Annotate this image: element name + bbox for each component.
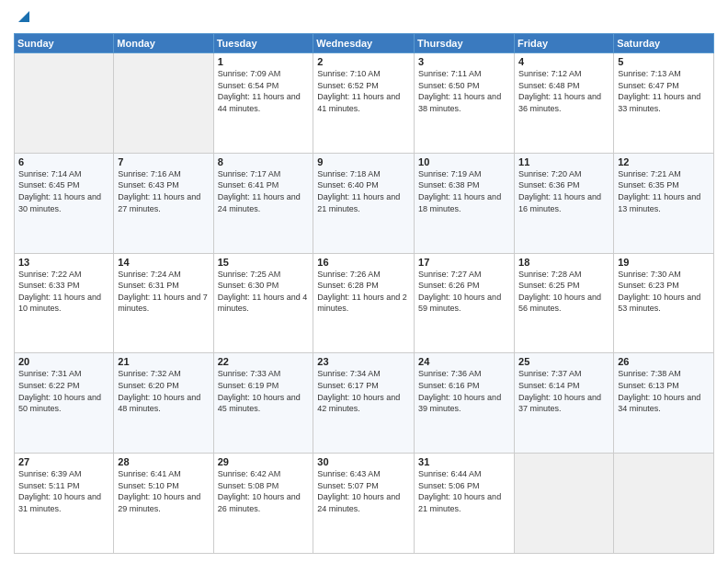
calendar-day-cell: 15Sunrise: 7:25 AM Sunset: 6:30 PM Dayli… <box>213 253 313 353</box>
day-number: 8 <box>218 156 310 167</box>
day-number: 2 <box>317 56 410 67</box>
calendar-day-cell: 19Sunrise: 7:30 AM Sunset: 6:23 PM Dayli… <box>614 253 714 353</box>
calendar-day-cell: 30Sunrise: 6:43 AM Sunset: 5:07 PM Dayli… <box>313 454 415 554</box>
day-info: Sunrise: 7:27 AM Sunset: 6:26 PM Dayligh… <box>418 269 510 315</box>
day-number: 12 <box>618 156 710 167</box>
calendar-day-cell <box>614 454 714 554</box>
day-info: Sunrise: 7:22 AM Sunset: 6:33 PM Dayligh… <box>18 269 109 315</box>
day-info: Sunrise: 7:26 AM Sunset: 6:28 PM Dayligh… <box>317 269 410 315</box>
calendar-day-cell: 8Sunrise: 7:17 AM Sunset: 6:41 PM Daylig… <box>213 153 313 253</box>
day-number: 27 <box>18 456 109 467</box>
day-info: Sunrise: 6:41 AM Sunset: 5:10 PM Dayligh… <box>118 468 209 514</box>
calendar-day-cell: 23Sunrise: 7:34 AM Sunset: 6:17 PM Dayli… <box>313 353 415 454</box>
calendar-day-cell: 13Sunrise: 7:22 AM Sunset: 6:33 PM Dayli… <box>15 253 114 353</box>
calendar-day-cell: 28Sunrise: 6:41 AM Sunset: 5:10 PM Dayli… <box>114 454 213 554</box>
svg-marker-0 <box>18 11 29 22</box>
day-info: Sunrise: 7:30 AM Sunset: 6:23 PM Dayligh… <box>618 269 710 315</box>
calendar-day-cell: 20Sunrise: 7:31 AM Sunset: 6:22 PM Dayli… <box>15 353 114 454</box>
day-info: Sunrise: 6:42 AM Sunset: 5:08 PM Dayligh… <box>218 468 310 514</box>
calendar-day-cell: 6Sunrise: 7:14 AM Sunset: 6:45 PM Daylig… <box>15 153 114 253</box>
day-info: Sunrise: 7:21 AM Sunset: 6:35 PM Dayligh… <box>618 168 710 214</box>
day-number: 18 <box>518 257 609 268</box>
calendar-day-cell: 7Sunrise: 7:16 AM Sunset: 6:43 PM Daylig… <box>114 153 213 253</box>
calendar-day-cell: 12Sunrise: 7:21 AM Sunset: 6:35 PM Dayli… <box>614 153 714 253</box>
day-number: 6 <box>18 156 109 167</box>
calendar-day-cell: 21Sunrise: 7:32 AM Sunset: 6:20 PM Dayli… <box>114 353 213 454</box>
calendar-day-cell: 4Sunrise: 7:12 AM Sunset: 6:48 PM Daylig… <box>515 53 614 154</box>
day-number: 25 <box>518 356 609 367</box>
day-number: 15 <box>218 257 310 268</box>
day-info: Sunrise: 7:11 AM Sunset: 6:50 PM Dayligh… <box>418 68 510 114</box>
calendar-day-cell: 16Sunrise: 7:26 AM Sunset: 6:28 PM Dayli… <box>313 253 415 353</box>
day-info: Sunrise: 7:19 AM Sunset: 6:38 PM Dayligh… <box>418 168 510 214</box>
calendar-day-cell: 14Sunrise: 7:24 AM Sunset: 6:31 PM Dayli… <box>114 253 213 353</box>
calendar-day-cell: 9Sunrise: 7:18 AM Sunset: 6:40 PM Daylig… <box>313 153 415 253</box>
calendar-day-cell: 18Sunrise: 7:28 AM Sunset: 6:25 PM Dayli… <box>515 253 614 353</box>
day-number: 11 <box>518 156 609 167</box>
calendar-day-cell: 31Sunrise: 6:44 AM Sunset: 5:06 PM Dayli… <box>415 454 515 554</box>
day-info: Sunrise: 7:28 AM Sunset: 6:25 PM Dayligh… <box>518 269 609 315</box>
calendar-day-header: Sunday <box>15 34 114 53</box>
day-number: 7 <box>118 156 209 167</box>
calendar-day-cell: 2Sunrise: 7:10 AM Sunset: 6:52 PM Daylig… <box>313 53 415 154</box>
calendar-week-row: 13Sunrise: 7:22 AM Sunset: 6:33 PM Dayli… <box>15 253 714 353</box>
day-info: Sunrise: 7:25 AM Sunset: 6:30 PM Dayligh… <box>218 269 310 315</box>
calendar-day-cell: 1Sunrise: 7:09 AM Sunset: 6:54 PM Daylig… <box>213 53 313 154</box>
day-info: Sunrise: 7:32 AM Sunset: 6:20 PM Dayligh… <box>118 368 209 414</box>
day-number: 5 <box>618 56 710 67</box>
logo-triangle-icon <box>17 9 31 28</box>
day-number: 19 <box>618 257 710 268</box>
calendar-day-cell: 5Sunrise: 7:13 AM Sunset: 6:47 PM Daylig… <box>614 53 714 154</box>
page: SundayMondayTuesdayWednesdayThursdayFrid… <box>0 0 728 563</box>
calendar-week-row: 1Sunrise: 7:09 AM Sunset: 6:54 PM Daylig… <box>15 53 714 154</box>
day-number: 16 <box>317 257 410 268</box>
day-info: Sunrise: 7:17 AM Sunset: 6:41 PM Dayligh… <box>218 168 310 214</box>
day-info: Sunrise: 7:31 AM Sunset: 6:22 PM Dayligh… <box>18 368 109 414</box>
day-number: 31 <box>418 456 510 467</box>
calendar-day-cell <box>515 454 614 554</box>
day-info: Sunrise: 7:18 AM Sunset: 6:40 PM Dayligh… <box>317 168 410 214</box>
day-info: Sunrise: 7:14 AM Sunset: 6:45 PM Dayligh… <box>18 168 109 214</box>
day-info: Sunrise: 6:44 AM Sunset: 5:06 PM Dayligh… <box>418 468 510 514</box>
day-info: Sunrise: 7:16 AM Sunset: 6:43 PM Dayligh… <box>118 168 209 214</box>
day-info: Sunrise: 7:24 AM Sunset: 6:31 PM Dayligh… <box>118 269 209 315</box>
day-number: 4 <box>518 56 609 67</box>
calendar-day-cell: 27Sunrise: 6:39 AM Sunset: 5:11 PM Dayli… <box>15 454 114 554</box>
day-info: Sunrise: 6:39 AM Sunset: 5:11 PM Dayligh… <box>18 468 109 514</box>
day-info: Sunrise: 7:38 AM Sunset: 6:13 PM Dayligh… <box>618 368 710 414</box>
calendar-day-cell <box>114 53 213 154</box>
day-number: 13 <box>18 257 109 268</box>
day-info: Sunrise: 7:12 AM Sunset: 6:48 PM Dayligh… <box>518 68 609 114</box>
day-info: Sunrise: 7:34 AM Sunset: 6:17 PM Dayligh… <box>317 368 410 414</box>
day-number: 21 <box>118 356 209 367</box>
calendar-day-cell: 26Sunrise: 7:38 AM Sunset: 6:13 PM Dayli… <box>614 353 714 454</box>
calendar-day-cell: 11Sunrise: 7:20 AM Sunset: 6:36 PM Dayli… <box>515 153 614 253</box>
day-info: Sunrise: 7:13 AM Sunset: 6:47 PM Dayligh… <box>618 68 710 114</box>
day-info: Sunrise: 6:43 AM Sunset: 5:07 PM Dayligh… <box>317 468 410 514</box>
day-info: Sunrise: 7:33 AM Sunset: 6:19 PM Dayligh… <box>218 368 310 414</box>
calendar-table: SundayMondayTuesdayWednesdayThursdayFrid… <box>14 33 714 554</box>
calendar-day-header: Friday <box>515 34 614 53</box>
calendar-day-cell: 25Sunrise: 7:37 AM Sunset: 6:14 PM Dayli… <box>515 353 614 454</box>
calendar-day-header: Wednesday <box>313 34 415 53</box>
day-number: 1 <box>218 56 310 67</box>
calendar-day-cell: 22Sunrise: 7:33 AM Sunset: 6:19 PM Dayli… <box>213 353 313 454</box>
calendar-week-row: 20Sunrise: 7:31 AM Sunset: 6:22 PM Dayli… <box>15 353 714 454</box>
calendar-day-cell: 3Sunrise: 7:11 AM Sunset: 6:50 PM Daylig… <box>415 53 515 154</box>
day-number: 17 <box>418 257 510 268</box>
day-number: 30 <box>317 456 410 467</box>
calendar-day-cell <box>15 53 114 154</box>
day-number: 10 <box>418 156 510 167</box>
calendar-day-cell: 24Sunrise: 7:36 AM Sunset: 6:16 PM Dayli… <box>415 353 515 454</box>
logo <box>14 9 31 28</box>
day-number: 22 <box>218 356 310 367</box>
day-number: 20 <box>18 356 109 367</box>
day-number: 14 <box>118 257 209 268</box>
calendar-week-row: 6Sunrise: 7:14 AM Sunset: 6:45 PM Daylig… <box>15 153 714 253</box>
day-number: 24 <box>418 356 510 367</box>
calendar-header-row: SundayMondayTuesdayWednesdayThursdayFrid… <box>15 34 714 53</box>
day-number: 3 <box>418 56 510 67</box>
day-number: 23 <box>317 356 410 367</box>
day-number: 9 <box>317 156 410 167</box>
calendar-day-header: Tuesday <box>213 34 313 53</box>
